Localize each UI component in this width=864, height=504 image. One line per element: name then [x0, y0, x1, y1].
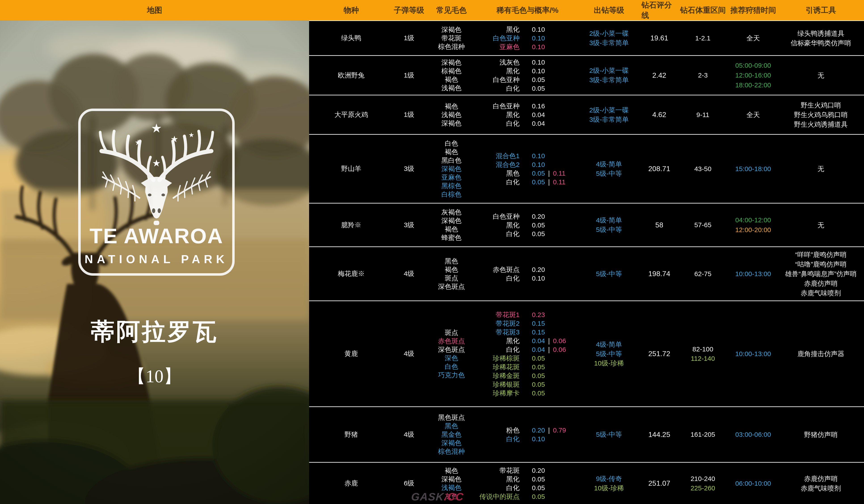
text: 10:00-13:00: [735, 270, 771, 278]
table-header: 地图 物种 子弹等级 常见毛色 稀有毛色与概率/% 出钻等级 钻石评分线 钻石体…: [0, 0, 864, 20]
diamond-level-line: 9级-传奇: [596, 474, 622, 483]
diamond-weight-line: 161-205: [691, 430, 715, 439]
common-fur-line: 白色: [445, 139, 458, 148]
text: 浅褐色: [441, 111, 461, 119]
common-fur-line: 赤色斑点: [438, 337, 465, 345]
text: 4级-简单: [596, 217, 622, 224]
rare-fur-value: 0.16: [532, 102, 545, 110]
rare-cell: 带花斑0.20黑化0.05白化0.05传说中的斑点0.05: [478, 463, 577, 504]
score-cell: 2.42: [641, 56, 677, 95]
rare-fur-line: 黑化0.05: [478, 221, 577, 230]
rare-fur-value: 0.05: [532, 75, 545, 84]
text: 褐色: [445, 148, 458, 156]
text: 2级-小菜一碟: [589, 106, 629, 114]
time-cell: 03:00-06:00: [729, 407, 778, 462]
diamond-weight-line: 62-75: [694, 269, 711, 279]
weight-cell: 9-11: [677, 95, 729, 134]
rare-fur-label: 黑化: [478, 110, 520, 119]
bullet-level: 3级: [404, 221, 415, 230]
diamond-cell: 4级-简单5级-中等: [577, 204, 641, 246]
bullet-level: 4级: [404, 430, 415, 439]
text: 黑棕色: [441, 182, 461, 189]
rare-cell: 粉色0.20|0.79白化0.10: [478, 407, 577, 462]
lure-cell: 无: [778, 204, 864, 246]
text: 褐色: [445, 225, 458, 233]
text: 赤鹿气味喷剂: [801, 289, 841, 297]
common-cell: 褐色浅褐色深褐色: [424, 95, 478, 134]
rare-fur-line: 赤色斑点0.20: [478, 265, 577, 274]
rare-fur-value: |: [548, 426, 550, 434]
diamond-weight-line: 82-100: [692, 344, 713, 354]
star-icon: ★: [151, 121, 162, 135]
text: 无: [817, 221, 824, 229]
text: 2级-小菜一碟: [589, 30, 629, 37]
time-cell: 04:00-12:0012:00-20:00: [729, 204, 778, 246]
rare-fur-line: 白色亚种0.05: [478, 75, 577, 84]
rare-fur-line: 白化0.05: [478, 84, 577, 93]
rare-fur-label: 带花斑3: [478, 328, 520, 336]
text: 野生火鸡诱捕道具: [794, 121, 848, 128]
text: 褐色: [445, 467, 458, 474]
rare-fur-label: 黑化: [478, 66, 520, 75]
common-fur-line: 浅褐色: [441, 84, 461, 92]
rare-fur-line: 珍稀银斑0.05: [478, 380, 577, 389]
text: 82-100: [692, 345, 713, 353]
common-fur-line: 褐色: [445, 466, 458, 475]
text: 深褐色: [441, 476, 461, 483]
diamond-score: 198.74: [648, 270, 670, 278]
diamond-cell: 4级-简单5级-中等: [577, 135, 641, 203]
header-rare-fur: 稀有毛色与概率/%: [478, 0, 577, 20]
rare-fur-value: 0.10: [532, 34, 545, 42]
rare-fur-label: 白色亚种: [478, 102, 520, 110]
hunt-time-line: 全天: [746, 110, 760, 120]
rare-fur-value: 0.11: [553, 177, 565, 186]
common-fur-line: 白棕色: [441, 190, 461, 199]
rare-fur-value: 0.10: [532, 25, 545, 34]
time-cell: 10:00-13:00: [729, 301, 778, 406]
diamond-level-line: 3级-非常简单: [589, 75, 629, 85]
text: 蜂蜜色: [441, 234, 461, 241]
rare-fur-label: 浅灰色: [478, 58, 520, 66]
lure-line: 赤鹿仿声哨: [804, 474, 838, 483]
species-name: 臆羚※: [341, 221, 361, 230]
rare-fur-line: 黑色0.05|0.11: [478, 169, 577, 177]
diamond-cell: 9级-传奇10级-珍稀: [577, 463, 641, 504]
text: 2-3: [698, 72, 708, 79]
park-number: 【10】: [0, 364, 309, 389]
rare-fur-values: 0.05: [520, 84, 577, 93]
lure-line: 雄兽“鼻鸣喘息声”仿声哨: [785, 269, 856, 279]
lure-cell: 绿头鸭诱捕道具信标豪华鸭类仿声哨: [778, 21, 864, 55]
text: 鹿角撞击仿声器: [797, 350, 844, 357]
text: 信标豪华鸭类仿声哨: [791, 39, 851, 47]
text: 3级-非常简单: [589, 76, 629, 84]
rare-fur-label: 白化: [478, 345, 520, 354]
text: “咩咩”鹿鸣仿声哨: [795, 251, 847, 258]
diamond-cell: 4级-简单5级-中等10级-珍稀: [577, 301, 641, 406]
rare-fur-label: 白化: [478, 483, 520, 492]
lure-cell: “咩咩”鹿鸣仿声哨“咕噜”鹿鸣仿声哨雄兽“鼻鸣喘息声”仿声哨赤鹿仿声哨赤鹿气味喷…: [778, 247, 864, 300]
table-row: 大平原火鸡1级褐色浅褐色深褐色白色亚种0.16黑化0.04白化0.042级-小菜…: [309, 95, 864, 134]
rare-fur-value: 0.05: [532, 169, 545, 177]
rare-fur-values: 0.10: [520, 151, 577, 160]
header-bullet-level: 子弹等级: [393, 0, 424, 20]
watermark-gray: GASK: [411, 491, 444, 503]
common-cell: 深褐色带花斑棕色混种: [424, 21, 478, 55]
rare-fur-value: 0.05: [532, 177, 545, 186]
rare-fur-line: 珍稀金斑0.05: [478, 371, 577, 380]
rare-fur-line: 白化0.10: [478, 434, 577, 443]
rare-fur-label: 亚麻色: [478, 42, 520, 51]
text: 05:00-09:00: [735, 62, 771, 69]
lure-line: 绿头鸭诱捕道具: [797, 28, 844, 38]
diamond-weight-line: 43-50: [694, 164, 711, 174]
rare-fur-label: 黑化: [478, 336, 520, 345]
text: 4级-简单: [596, 341, 622, 348]
rare-fur-line: 传说中的斑点0.05: [478, 492, 577, 501]
rare-fur-label: 珍稀摩卡: [478, 389, 520, 397]
rare-fur-value: 0.04: [532, 345, 545, 354]
rare-fur-value: 0.15: [532, 319, 545, 328]
page: 地图 物种 子弹等级 常见毛色 稀有毛色与概率/% 出钻等级 钻石评分线 钻石体…: [0, 0, 864, 504]
rare-fur-values: 0.05: [520, 75, 577, 84]
rare-fur-value: 0.20: [532, 212, 545, 221]
common-fur-line: 黑色斑点: [438, 413, 465, 422]
rare-fur-label: 白色亚种: [478, 34, 520, 42]
